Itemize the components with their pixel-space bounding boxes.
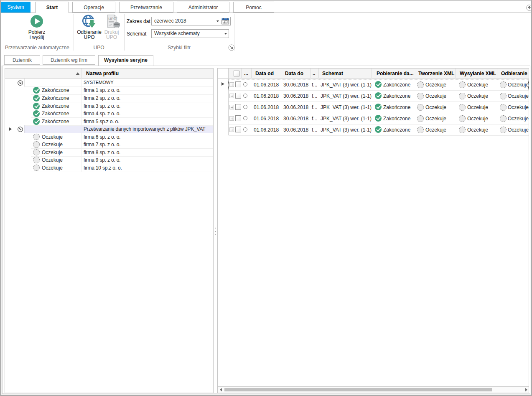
svg-text:UPO: UPO xyxy=(108,17,117,21)
